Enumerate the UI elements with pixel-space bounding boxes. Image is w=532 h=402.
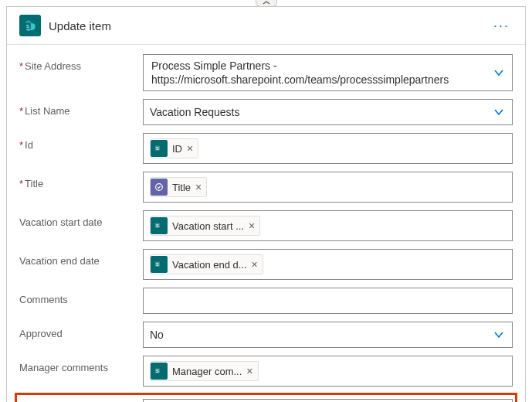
svg-text:S: S (156, 368, 159, 373)
collapse-handle[interactable] (256, 0, 277, 7)
site-address-dropdown[interactable]: Process Simple Partners - https://micros… (143, 54, 513, 91)
row-pre-approved: Pre-approved Yes (16, 394, 516, 402)
row-vacation-end: Vacation end date S Vacation end d... × (19, 249, 513, 280)
chevron-down-icon (493, 67, 504, 78)
svg-text:S: S (156, 261, 159, 267)
token-id[interactable]: S ID × (150, 138, 198, 158)
label-title: *Title (19, 172, 143, 189)
list-name-value: Vacation Requests (150, 106, 239, 118)
sharepoint-icon: S (19, 15, 41, 36)
card-title: Update item (49, 19, 490, 32)
row-title: *Title Title × (19, 172, 513, 203)
list-name-dropdown[interactable]: Vacation Requests (143, 99, 513, 125)
row-manager-comments: Manager comments S Manager com... × (19, 356, 513, 387)
update-item-card: S Update item ··· *Site Address Process … (6, 6, 526, 402)
card-header: S Update item ··· (7, 7, 525, 45)
manager-comments-input[interactable]: S Manager com... × (143, 356, 513, 387)
chevron-down-icon (493, 329, 504, 340)
token-vacation-start[interactable]: S Vacation start ... × (150, 216, 260, 236)
approvals-icon (151, 179, 168, 196)
sharepoint-icon: S (151, 256, 168, 273)
id-input[interactable]: S ID × (143, 133, 513, 164)
comments-input[interactable] (143, 288, 513, 314)
label-site-address: *Site Address (19, 54, 143, 72)
row-vacation-start: Vacation start date S Vacation start ...… (19, 210, 513, 241)
token-title[interactable]: Title × (150, 177, 207, 197)
label-comments: Comments (19, 288, 143, 305)
token-remove-icon[interactable]: × (195, 182, 202, 192)
approved-dropdown[interactable]: No (143, 322, 513, 348)
label-id: *Id (19, 133, 143, 151)
sharepoint-icon: S (151, 217, 168, 234)
label-approved: Approved (19, 322, 143, 339)
token-remove-icon[interactable]: × (246, 366, 252, 376)
sharepoint-icon: S (151, 140, 168, 157)
title-input[interactable]: Title × (143, 172, 513, 203)
site-address-url: https://microsoft.sharepoint.com/teams/p… (151, 73, 483, 86)
row-approved: Approved No (19, 322, 513, 348)
label-manager-comments: Manager comments (19, 356, 143, 373)
label-pre-approved: Pre-approved (19, 399, 143, 402)
row-id: *Id S ID × (19, 133, 513, 164)
token-remove-icon[interactable]: × (249, 220, 255, 231)
vacation-start-input[interactable]: S Vacation start ... × (143, 210, 513, 241)
token-vacation-end[interactable]: S Vacation end d... × (150, 254, 263, 274)
sharepoint-icon: S (151, 363, 168, 380)
row-list-name: *List Name Vacation Requests (19, 99, 513, 125)
token-remove-icon[interactable]: × (187, 143, 193, 154)
card-body: *Site Address Process Simple Partners - … (7, 45, 525, 402)
row-site-address: *Site Address Process Simple Partners - … (19, 54, 513, 91)
vacation-end-input[interactable]: S Vacation end d... × (143, 249, 513, 280)
row-comments: Comments (19, 288, 513, 314)
token-manager-comments[interactable]: S Manager com... × (150, 361, 259, 381)
label-vacation-start: Vacation start date (19, 210, 143, 228)
label-vacation-end: Vacation end date (19, 249, 143, 267)
more-button[interactable]: ··· (490, 18, 513, 34)
approved-value: No (150, 329, 164, 341)
label-list-name: *List Name (19, 99, 143, 117)
chevron-down-icon (493, 107, 504, 118)
pre-approved-dropdown[interactable]: Yes (143, 399, 513, 402)
site-address-name: Process Simple Partners - (151, 60, 483, 72)
svg-text:S: S (156, 145, 159, 151)
svg-text:S: S (156, 223, 159, 228)
svg-text:S: S (26, 24, 29, 29)
token-remove-icon[interactable]: × (252, 259, 258, 270)
